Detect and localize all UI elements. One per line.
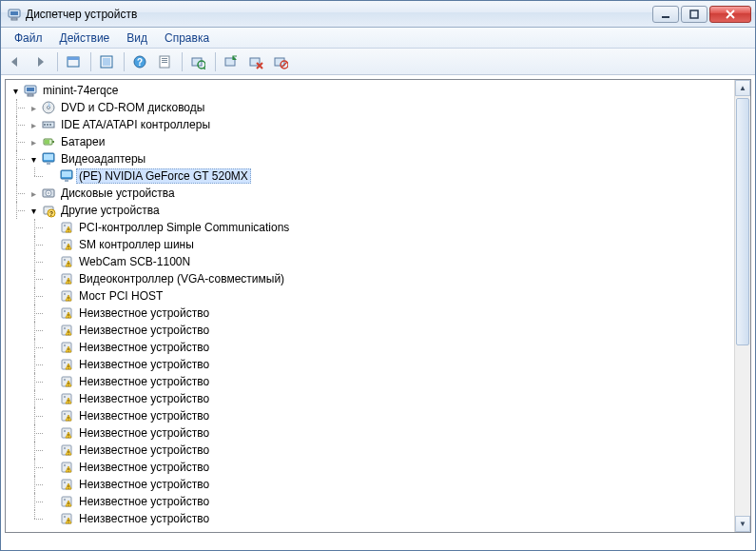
other-icon bbox=[41, 203, 56, 218]
menu-action[interactable]: Действие bbox=[52, 30, 118, 47]
warn-icon bbox=[59, 374, 74, 389]
tree-line bbox=[8, 185, 26, 202]
tree-line bbox=[8, 356, 26, 373]
tree-line bbox=[26, 373, 44, 390]
tree-category[interactable]: ▸ Батареи bbox=[8, 133, 734, 150]
tree-category[interactable]: ▸ IDE ATA/ATAPI контроллеры bbox=[8, 116, 734, 133]
tree-line bbox=[26, 510, 44, 527]
tree-category-label: Другие устройства bbox=[58, 203, 163, 218]
show-hide-tree-button[interactable] bbox=[63, 50, 86, 73]
tree-line bbox=[26, 305, 44, 322]
forward-button[interactable] bbox=[29, 50, 52, 73]
tree-device[interactable]: PCI-контроллер Simple Communications bbox=[8, 219, 734, 236]
tree-line bbox=[26, 407, 44, 424]
warn-icon bbox=[59, 271, 74, 286]
toolbar-separator bbox=[215, 52, 216, 71]
tree-line bbox=[8, 459, 26, 476]
tree-device[interactable]: Неизвестное устройство bbox=[8, 459, 734, 476]
tree-device[interactable]: Мост PCI HOST bbox=[8, 287, 734, 305]
tree-device[interactable]: WebCam SCB-1100N bbox=[8, 253, 734, 270]
properties-sheet-button[interactable] bbox=[154, 50, 177, 73]
display-icon bbox=[59, 168, 74, 184]
tree-line bbox=[8, 219, 26, 236]
help-button[interactable] bbox=[129, 50, 152, 73]
menu-help[interactable]: Справка bbox=[157, 30, 217, 47]
minimize-button[interactable] bbox=[652, 6, 679, 23]
back-button[interactable] bbox=[5, 50, 28, 73]
warn-icon bbox=[59, 323, 74, 338]
tree-device-label: Неизвестное устройство bbox=[76, 425, 212, 441]
tree-line bbox=[8, 270, 26, 287]
tree-root[interactable]: ▾ minint-74erqce bbox=[8, 82, 734, 99]
tree-device[interactable]: Неизвестное устройство bbox=[8, 510, 734, 527]
tree-device-label: Неизвестное устройство bbox=[76, 511, 212, 526]
tree-device[interactable]: Неизвестное устройство bbox=[8, 322, 734, 339]
tree-device[interactable]: Неизвестное устройство bbox=[8, 442, 734, 459]
tree-device[interactable]: Видеоконтроллер (VGA-совместимый) bbox=[8, 270, 734, 287]
maximize-button[interactable] bbox=[681, 6, 708, 23]
scroll-track[interactable] bbox=[735, 96, 750, 516]
uninstall-button[interactable] bbox=[245, 50, 268, 73]
close-button[interactable] bbox=[709, 6, 751, 23]
tree-line bbox=[8, 373, 26, 390]
tree-line bbox=[8, 150, 26, 167]
scroll-thumb[interactable] bbox=[736, 98, 749, 345]
scroll-down-button[interactable]: ▼ bbox=[735, 516, 750, 532]
tree-category[interactable]: ▸ DVD и CD-ROM дисководы bbox=[8, 99, 734, 116]
tree-device[interactable]: Неизвестное устройство bbox=[8, 339, 734, 356]
tree-line bbox=[8, 99, 26, 116]
svg-rect-41 bbox=[662, 16, 669, 18]
collapse-icon[interactable]: ▾ bbox=[26, 151, 41, 167]
tree-category[interactable]: ▸ Дисковые устройства bbox=[8, 185, 734, 202]
tree-device[interactable]: Неизвестное устройство bbox=[8, 476, 734, 493]
collapse-icon[interactable]: ▾ bbox=[26, 203, 41, 218]
titlebar: Диспетчер устройств bbox=[1, 1, 755, 28]
tree-device[interactable]: Неизвестное устройство bbox=[8, 424, 734, 442]
expand-icon[interactable]: ▸ bbox=[26, 100, 41, 115]
tree-device[interactable]: Неизвестное устройство bbox=[8, 390, 734, 407]
warn-icon bbox=[59, 494, 74, 509]
tree-device-label: Видеоконтроллер (VGA-совместимый) bbox=[76, 271, 287, 286]
menu-view[interactable]: Вид bbox=[119, 30, 155, 47]
tree-category-label: IDE ATA/ATAPI контроллеры bbox=[58, 117, 213, 132]
expand-icon[interactable]: ▸ bbox=[26, 117, 41, 132]
tree-device-label: WebCam SCB-1100N bbox=[76, 254, 193, 269]
properties-button[interactable] bbox=[96, 50, 119, 73]
tree-line bbox=[26, 493, 44, 510]
svg-rect-42 bbox=[690, 10, 698, 18]
vertical-scrollbar[interactable]: ▲ ▼ bbox=[734, 80, 750, 532]
expand-icon[interactable]: ▸ bbox=[26, 186, 41, 201]
device-tree[interactable]: ▾ minint-74erqce ▸ DVD и CD-ROM дисковод… bbox=[6, 80, 734, 529]
tree-line bbox=[8, 442, 26, 459]
scroll-up-button[interactable]: ▲ bbox=[735, 80, 750, 96]
tree-line bbox=[8, 253, 26, 270]
disk-icon bbox=[41, 186, 56, 201]
update-driver-button[interactable] bbox=[221, 50, 243, 73]
tree-device-label: Неизвестное устройство bbox=[76, 460, 212, 475]
tree-device[interactable]: SM контроллер шины bbox=[8, 236, 734, 253]
tree-device[interactable]: Неизвестное устройство bbox=[8, 493, 734, 510]
tree-device-label: Неизвестное устройство bbox=[76, 494, 212, 509]
tree-line bbox=[26, 167, 44, 185]
expand-icon[interactable]: ▸ bbox=[26, 134, 41, 149]
tree-device-label: Неизвестное устройство bbox=[76, 357, 212, 372]
tree-line bbox=[8, 202, 26, 219]
scan-hardware-button[interactable] bbox=[187, 50, 210, 73]
disable-button[interactable] bbox=[270, 50, 293, 73]
tree-line bbox=[8, 305, 26, 322]
tree-device[interactable]: Неизвестное устройство bbox=[8, 305, 734, 322]
toolbar bbox=[1, 49, 755, 75]
menu-file[interactable]: Файл bbox=[7, 30, 50, 47]
warn-icon bbox=[59, 357, 74, 372]
tree-device-label: Неизвестное устройство bbox=[76, 443, 212, 458]
tree-category[interactable]: ▾ Другие устройства bbox=[8, 202, 734, 219]
tree-device[interactable]: Неизвестное устройство bbox=[8, 356, 734, 373]
tree-category-label: Видеоадаптеры bbox=[58, 151, 148, 167]
tree-device[interactable]: Неизвестное устройство bbox=[8, 373, 734, 390]
collapse-icon[interactable]: ▾ bbox=[8, 83, 23, 98]
tree-root-label: minint-74erqce bbox=[40, 83, 121, 98]
tree-category[interactable]: ▾ Видеоадаптеры bbox=[8, 150, 734, 167]
tree-line bbox=[26, 270, 44, 287]
tree-device[interactable]: Неизвестное устройство bbox=[8, 407, 734, 424]
tree-device[interactable]: (PE) NVIDIA GeForce GT 520MX bbox=[8, 167, 734, 185]
